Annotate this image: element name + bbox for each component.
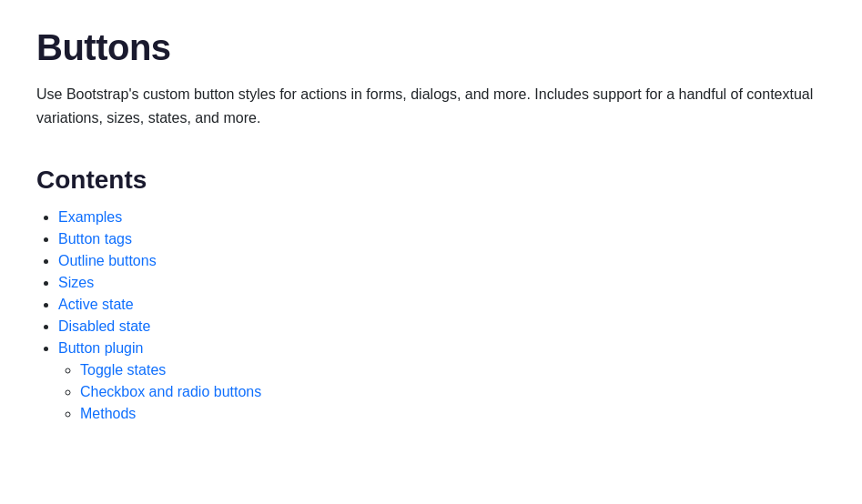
list-item: Checkbox and radio buttons (80, 384, 826, 400)
link-button-plugin[interactable]: Button plugin (58, 340, 143, 356)
link-examples[interactable]: Examples (58, 209, 122, 225)
link-active-state[interactable]: Active state (58, 297, 134, 312)
link-button-tags[interactable]: Button tags (58, 231, 132, 247)
contents-heading: Contents (36, 166, 826, 195)
list-item: Sizes (58, 275, 826, 291)
list-item: Examples (58, 209, 826, 226)
list-item: Button tags (58, 231, 826, 247)
page-description: Use Bootstrap's custom button styles for… (36, 83, 819, 129)
list-item: Active state (58, 297, 826, 313)
link-outline-buttons[interactable]: Outline buttons (58, 253, 157, 268)
link-methods[interactable]: Methods (80, 406, 136, 421)
contents-list: Examples Button tags Outline buttons Siz… (36, 209, 826, 422)
list-item: Outline buttons (58, 253, 826, 269)
list-item: Disabled state (58, 318, 826, 335)
list-item: Toggle states (80, 362, 826, 378)
list-item: Button plugin Toggle states Checkbox and… (58, 340, 826, 422)
link-checkbox-radio[interactable]: Checkbox and radio buttons (80, 384, 261, 399)
link-disabled-state[interactable]: Disabled state (58, 318, 150, 334)
link-toggle-states[interactable]: Toggle states (80, 362, 166, 378)
list-item: Methods (80, 406, 826, 422)
link-sizes[interactable]: Sizes (58, 275, 94, 290)
sub-list: Toggle states Checkbox and radio buttons… (58, 362, 826, 422)
page-title: Buttons (36, 27, 826, 68)
